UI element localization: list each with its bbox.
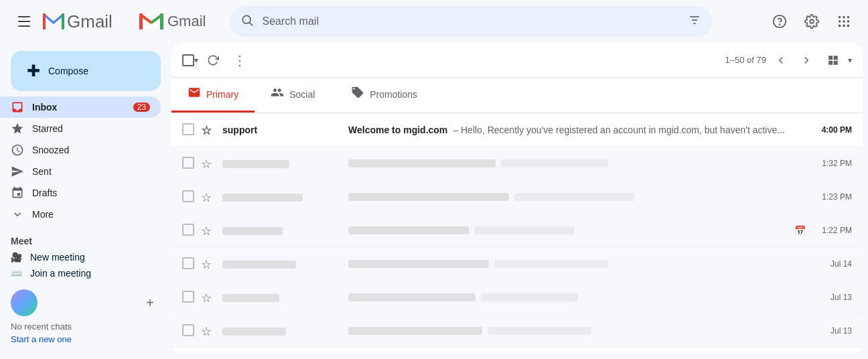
compose-plus-icon: ✚	[27, 62, 40, 80]
email-row-5[interactable]: ☆ Jul 13	[171, 281, 863, 314]
nav-label-snoozed: Snoozed	[32, 145, 150, 155]
email-checkbox-4[interactable]	[182, 257, 196, 271]
prev-page-button[interactable]	[769, 48, 793, 72]
nav-label-more: More	[32, 209, 150, 220]
email-time-1: 1:32 PM	[816, 159, 852, 168]
tab-social[interactable]: Social	[255, 78, 335, 113]
email-time-2: 1:23 PM	[816, 192, 852, 202]
email-time-6: Jul 13	[825, 326, 852, 336]
snoozed-icon	[11, 143, 24, 157]
header-actions	[766, 8, 857, 35]
svg-point-17	[839, 20, 841, 23]
calendar-icon-3: 📅	[794, 225, 806, 236]
email-row-1[interactable]: ☆ 1:32 PM	[171, 147, 863, 180]
email-row-6[interactable]: ☆ Jul 13	[171, 314, 863, 348]
join-meeting-label: Join a meeting	[30, 268, 91, 279]
email-checkbox-5[interactable]	[182, 291, 196, 304]
tab-primary[interactable]: Primary	[171, 78, 255, 113]
nav-badge-inbox: 23	[133, 102, 150, 112]
search-icon	[240, 13, 254, 30]
refresh-button[interactable]	[201, 48, 225, 72]
video-icon: 🎥	[11, 252, 22, 263]
more-options-button[interactable]: ⋮	[228, 48, 252, 72]
email-content-3: 📅	[343, 225, 816, 236]
svg-line-7	[250, 22, 253, 25]
svg-point-21	[843, 25, 845, 27]
primary-tab-icon	[188, 86, 201, 102]
svg-point-14	[839, 16, 841, 19]
email-checkbox-6[interactable]	[182, 324, 196, 338]
select-all-checkbox[interactable]	[182, 54, 194, 66]
gmail-brand: Gmail	[139, 12, 206, 31]
email-content-5	[343, 293, 825, 301]
search-filter-icon[interactable]	[688, 13, 701, 30]
start-new-chat[interactable]: Start a new one	[11, 334, 161, 344]
nav-item-sent[interactable]: Sent	[0, 161, 161, 182]
next-page-button[interactable]	[794, 48, 818, 72]
email-row-2[interactable]: ☆ 1:23 PM	[171, 180, 863, 214]
add-chat-button[interactable]: +	[139, 292, 161, 313]
svg-rect-1	[62, 13, 64, 29]
email-row-3[interactable]: ☆ 📅 1:22 PM	[171, 214, 863, 247]
svg-point-19	[847, 20, 850, 23]
density-button[interactable]	[821, 48, 845, 72]
tab-promotions[interactable]: Promotions	[335, 78, 433, 113]
gmail-logo: Gmail	[43, 11, 129, 32]
svg-point-22	[847, 25, 850, 27]
email-sender-0: support	[222, 125, 343, 135]
gmail-text: Gmail	[167, 13, 206, 30]
email-checkbox-1[interactable]	[182, 157, 196, 170]
email-snippet-0: – Hello, Recently you've registered an a…	[453, 125, 785, 135]
search-bar	[230, 6, 712, 37]
hamburger-menu[interactable]	[11, 8, 38, 35]
svg-rect-23	[828, 56, 833, 60]
email-sender-6	[222, 326, 343, 336]
join-meeting-item[interactable]: ⌨️ Join a meeting	[11, 265, 161, 281]
no-recent-chats: No recent chats	[11, 316, 161, 334]
svg-point-13	[810, 19, 814, 23]
star-icon-2[interactable]: ☆	[201, 190, 214, 204]
star-icon-4[interactable]: ☆	[201, 257, 214, 271]
svg-rect-25	[828, 60, 833, 64]
email-row-7[interactable]: ☆ Jul 10	[171, 348, 863, 354]
email-content-1	[343, 159, 816, 167]
star-icon-5[interactable]: ☆	[201, 291, 214, 304]
email-subject-0: Welcome to mgid.com	[348, 125, 447, 135]
email-list: ☆ support Welcome to mgid.com – Hello, R…	[171, 113, 863, 354]
apps-button[interactable]	[830, 8, 857, 35]
nav-item-snoozed[interactable]: Snoozed	[0, 139, 161, 161]
star-icon-1[interactable]: ☆	[201, 157, 214, 170]
star-icon-6[interactable]: ☆	[201, 324, 214, 338]
nav-item-inbox[interactable]: Inbox 23	[0, 96, 161, 118]
nav-item-starred[interactable]: Starred	[0, 118, 161, 139]
email-content-6	[343, 327, 825, 335]
help-button[interactable]	[766, 8, 793, 35]
email-time-5: Jul 13	[825, 293, 852, 302]
settings-button[interactable]	[798, 8, 825, 35]
star-icon-3[interactable]: ☆	[201, 224, 214, 237]
star-icon-0[interactable]: ☆	[201, 123, 214, 137]
email-row-0[interactable]: ☆ support Welcome to mgid.com – Hello, R…	[171, 113, 863, 147]
toolbar-right: 1–50 of 79	[725, 48, 852, 72]
email-time-3: 1:22 PM	[816, 226, 852, 235]
compose-button[interactable]: ✚ Compose	[11, 51, 161, 91]
pagination-info: 1–50 of 79	[725, 55, 766, 65]
email-row-4[interactable]: ☆ Jul 14	[171, 247, 863, 281]
density-dropdown-icon[interactable]: ▾	[848, 56, 852, 65]
select-dropdown-icon[interactable]: ▾	[194, 56, 198, 65]
email-checkbox-3[interactable]	[182, 224, 196, 237]
svg-point-18	[843, 20, 845, 23]
new-meeting-item[interactable]: 🎥 New meeting	[11, 249, 161, 265]
email-time-4: Jul 14	[825, 259, 852, 269]
email-checkbox-0[interactable]	[182, 123, 196, 137]
email-checkbox-2[interactable]	[182, 190, 196, 204]
email-sender-5	[222, 292, 343, 303]
nav-item-more[interactable]: More	[0, 204, 161, 225]
email-sender-4	[222, 259, 343, 269]
drafts-icon	[11, 186, 24, 200]
email-content-2	[343, 193, 816, 201]
search-input[interactable]	[262, 15, 674, 27]
svg-point-15	[843, 16, 845, 19]
nav-item-drafts[interactable]: Drafts	[0, 182, 161, 204]
inbox-icon	[11, 100, 24, 114]
